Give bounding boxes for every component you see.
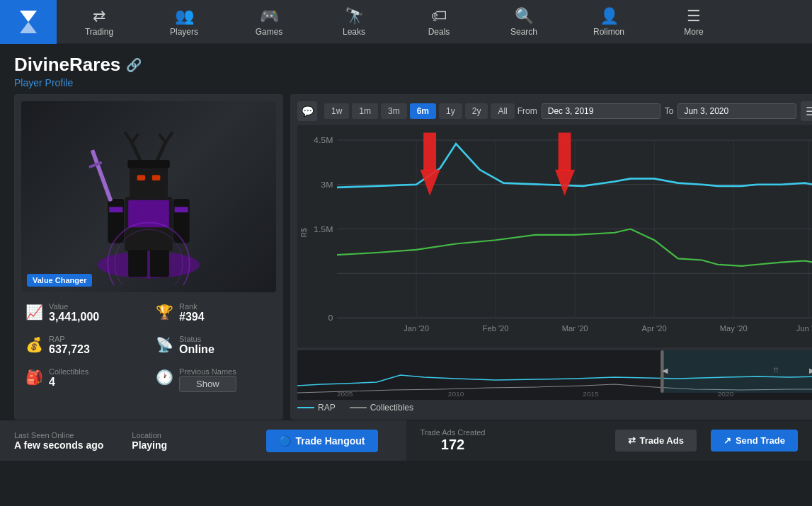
svg-text:2005: 2005 (337, 391, 353, 398)
stat-collectibles: 🎒 Collectibles 4 (21, 364, 146, 395)
svg-text:2015: 2015 (583, 391, 598, 398)
svg-marker-0 (20, 11, 37, 22)
svg-rect-11 (130, 164, 168, 200)
stat-status: 📡 Status Online (151, 332, 276, 359)
rank-icon: 🏆 (156, 304, 173, 321)
svg-rect-49 (423, 132, 436, 171)
players-icon: 👥 (175, 7, 194, 25)
svg-line-13 (125, 132, 132, 142)
show-prev-names-button[interactable]: Show (179, 376, 236, 392)
svg-rect-10 (150, 250, 169, 277)
trade-hangout-button[interactable]: 🔵 Trade Hangout (266, 430, 377, 452)
svg-line-17 (159, 134, 166, 143)
nav-rolimon[interactable]: 👤 Rolimon (566, 0, 651, 44)
time-btn-all[interactable]: All (491, 103, 514, 119)
svg-rect-51 (559, 132, 571, 171)
collectibles-icon: 🎒 (25, 369, 43, 386)
send-trade-button[interactable]: ↗ Send Trade (711, 430, 798, 452)
player-card: Value Changer 📈 Value 3,441,000 🏆 Rank #… (14, 94, 283, 420)
svg-text:0: 0 (328, 314, 333, 323)
value-changer-badge: Value Changer (27, 274, 92, 287)
nav-games[interactable]: 🎮 Games (227, 0, 311, 44)
svg-rect-5 (108, 199, 124, 243)
nav-players[interactable]: 👥 Players (142, 0, 227, 44)
rolimon-icon: 👤 (600, 7, 619, 25)
rap-legend-line (297, 407, 314, 408)
send-trade-icon: ↗ (724, 435, 731, 446)
chart-card: 💬 1w 1m 3m 6m 1y 2y All From To ☰ (290, 94, 812, 420)
value-icon: 📈 (25, 304, 43, 321)
page-header: DivineRares 🔗 Player Profile (0, 44, 812, 94)
svg-rect-57 (662, 350, 812, 393)
svg-text:Jun '20: Jun '20 (796, 324, 812, 333)
main-chart-area: 4.5M 3M 1.5M 0 R$ Jan '20 Feb '20 Mar '2… (297, 125, 812, 347)
svg-marker-50 (555, 170, 575, 196)
trading-icon: ⇄ (93, 7, 105, 25)
avatar-container: Value Changer (21, 101, 276, 292)
stat-rap: 💰 RAP 637,723 (21, 332, 146, 359)
date-range: From To ☰ (517, 101, 812, 121)
left-panel: Value Changer 📈 Value 3,441,000 🏆 Rank #… (14, 94, 283, 420)
svg-text:3M: 3M (321, 180, 333, 190)
collectibles-legend-line (350, 407, 367, 408)
games-icon: 🎮 (260, 7, 279, 25)
svg-rect-6 (173, 199, 190, 243)
right-panel: 💬 1w 1m 3m 6m 1y 2y All From To ☰ (290, 94, 812, 420)
time-btn-3m[interactable]: 3m (381, 103, 407, 119)
svg-rect-21 (91, 149, 113, 202)
svg-text:R$: R$ (299, 228, 308, 237)
search-icon: 🔍 (515, 7, 534, 25)
nav-search[interactable]: 🔍 Search (481, 0, 566, 44)
trade-ads-icon: ⇄ (628, 435, 636, 446)
svg-text:Feb '20: Feb '20 (483, 324, 509, 333)
svg-marker-48 (421, 170, 440, 196)
panels-row: Value Changer 📈 Value 3,441,000 🏆 Rank #… (0, 94, 812, 420)
stats-grid: 📈 Value 3,441,000 🏆 Rank #394 💰 (21, 299, 276, 395)
page-title: DivineRares 🔗 (14, 54, 798, 76)
nav-trading[interactable]: ⇄ Trading (57, 0, 142, 44)
svg-rect-19 (137, 175, 146, 180)
location-stat: Location Playing (132, 431, 167, 451)
to-date-input[interactable] (677, 103, 796, 119)
time-btn-1w[interactable]: 1w (324, 103, 349, 119)
rap-icon: 💰 (25, 336, 43, 353)
bottom-left: Last Seen Online A few seconds ago Locat… (0, 420, 406, 461)
mini-chart: 2005 2010 2015 2020 ◀ ▶ ⠿ (297, 350, 812, 400)
from-date-input[interactable] (542, 103, 661, 119)
nav-leaks[interactable]: 🔭 Leaks (311, 0, 396, 44)
navigation: ⇄ Trading 👥 Players 🎮 Games 🔭 Leaks 🏷 De… (0, 0, 812, 44)
svg-rect-18 (127, 160, 170, 168)
trade-ads-button[interactable]: ⇄ Trade Ads (615, 430, 697, 452)
more-icon: ☰ (687, 7, 701, 25)
svg-text:Jan '20: Jan '20 (404, 324, 429, 333)
svg-line-16 (166, 132, 173, 142)
bottom-bar: Last Seen Online A few seconds ago Locat… (0, 420, 812, 461)
svg-text:⠿: ⠿ (773, 367, 779, 374)
nav-deals[interactable]: 🏷 Deals (396, 0, 481, 44)
status-icon: 📡 (156, 336, 173, 353)
main-chart-svg: 4.5M 3M 1.5M 0 R$ Jan '20 Feb '20 Mar '2… (297, 125, 812, 347)
stat-value: 📈 Value 3,441,000 (21, 299, 146, 326)
chart-menu-button[interactable]: ☰ (801, 101, 812, 121)
time-btn-2y[interactable]: 2y (465, 103, 488, 119)
chart-message-icon[interactable]: 💬 (297, 101, 317, 121)
chart-controls: 💬 1w 1m 3m 6m 1y 2y All From To ☰ (297, 101, 812, 121)
svg-point-2 (98, 251, 200, 278)
prev-names-icon: 🕐 (156, 369, 173, 386)
time-btn-1m[interactable]: 1m (352, 103, 378, 119)
svg-text:1.5M: 1.5M (314, 224, 333, 234)
legend-rap: RAP (297, 403, 336, 413)
svg-text:Apr '20: Apr '20 (642, 324, 667, 333)
time-btn-6m[interactable]: 6m (410, 103, 436, 119)
page-subtitle: Player Profile (14, 77, 798, 88)
svg-text:2010: 2010 (448, 391, 464, 398)
trade-hangout-icon: 🔵 (279, 435, 291, 447)
logo[interactable] (0, 0, 57, 44)
stat-prev-names: 🕐 Previous Names Show (151, 364, 276, 395)
svg-line-14 (132, 134, 139, 143)
nav-more[interactable]: ☰ More (651, 0, 736, 44)
stat-rank: 🏆 Rank #394 (151, 299, 276, 326)
time-btn-1y[interactable]: 1y (439, 103, 462, 119)
profile-link-icon[interactable]: 🔗 (126, 57, 142, 73)
avatar (71, 108, 227, 285)
